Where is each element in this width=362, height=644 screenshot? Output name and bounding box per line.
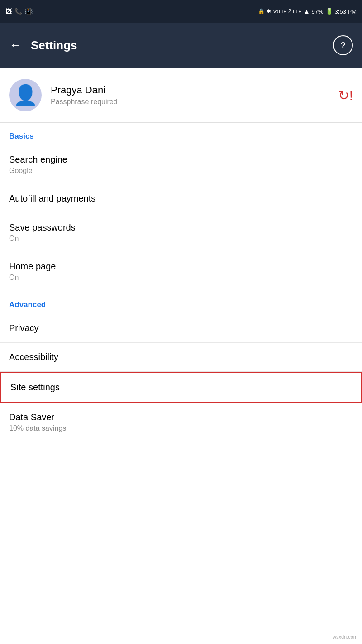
search-engine-title: Search engine bbox=[9, 154, 353, 165]
privacy-title: Privacy bbox=[9, 323, 353, 333]
settings-item-data-saver[interactable]: Data Saver 10% data savings bbox=[0, 403, 362, 442]
status-time: 3:53 PM bbox=[335, 8, 357, 15]
section-header-advanced: Advanced bbox=[0, 291, 362, 314]
section-header-basics: Basics bbox=[0, 123, 362, 145]
settings-item-home-page[interactable]: Home page On bbox=[0, 252, 362, 291]
avatar: 👤 bbox=[9, 79, 42, 111]
sync-error-icon: ↻! bbox=[338, 87, 353, 103]
profile-section[interactable]: 👤 Pragya Dani Passphrase required ↻! bbox=[0, 68, 362, 123]
status-left-icons: 🖼 📞 📳 bbox=[5, 8, 33, 15]
status-battery-icon: 🔋 bbox=[325, 8, 333, 15]
settings-item-save-passwords[interactable]: Save passwords On bbox=[0, 213, 362, 252]
accessibility-title: Accessibility bbox=[9, 352, 353, 362]
settings-item-search-engine[interactable]: Search engine Google bbox=[0, 145, 362, 184]
autofill-title: Autofill and payments bbox=[9, 193, 353, 204]
data-saver-title: Data Saver bbox=[9, 412, 353, 423]
status-right-info: 🔒 ✱ Vo LTE 2 LTE ▲ 97% 🔋 3:53 PM bbox=[258, 8, 357, 15]
site-settings-title: Site settings bbox=[10, 382, 352, 393]
status-signal-icon: ▲ bbox=[304, 8, 310, 15]
voicemail-icon: 📳 bbox=[25, 8, 33, 15]
status-lock-icon: 🔒 bbox=[258, 8, 265, 14]
settings-item-autofill[interactable]: Autofill and payments bbox=[0, 184, 362, 213]
status-volte-icon: Vo LTE bbox=[273, 9, 286, 14]
back-button[interactable]: ← bbox=[9, 38, 22, 53]
search-engine-subtitle: Google bbox=[9, 167, 353, 175]
home-page-title: Home page bbox=[9, 261, 353, 272]
status-battery-text: 97% bbox=[312, 8, 324, 15]
status-bluetooth-icon: ✱ bbox=[267, 8, 271, 14]
help-button[interactable]: ? bbox=[333, 35, 353, 55]
settings-item-privacy[interactable]: Privacy bbox=[0, 314, 362, 343]
settings-item-accessibility[interactable]: Accessibility bbox=[0, 343, 362, 372]
avatar-icon: 👤 bbox=[13, 83, 38, 107]
profile-info: Pragya Dani Passphrase required bbox=[51, 84, 333, 106]
home-page-subtitle: On bbox=[9, 274, 353, 282]
save-passwords-title: Save passwords bbox=[9, 222, 353, 233]
image-icon: 🖼 bbox=[5, 8, 12, 15]
watermark: wsxdn.com bbox=[333, 634, 357, 639]
settings-header: ← Settings ? bbox=[0, 23, 362, 68]
status-lte-icon: LTE bbox=[293, 9, 301, 14]
status-sim-icon: 2 bbox=[288, 8, 291, 14]
data-saver-subtitle: 10% data savings bbox=[9, 424, 353, 433]
phone-icon: 📞 bbox=[14, 8, 22, 15]
page-title: Settings bbox=[31, 38, 324, 53]
profile-name: Pragya Dani bbox=[51, 84, 333, 96]
settings-item-site-settings[interactable]: Site settings bbox=[0, 372, 362, 403]
status-bar: 🖼 📞 📳 🔒 ✱ Vo LTE 2 LTE ▲ 97% 🔋 3:53 PM bbox=[0, 0, 362, 23]
profile-subtitle: Passphrase required bbox=[51, 98, 333, 106]
save-passwords-subtitle: On bbox=[9, 235, 353, 243]
